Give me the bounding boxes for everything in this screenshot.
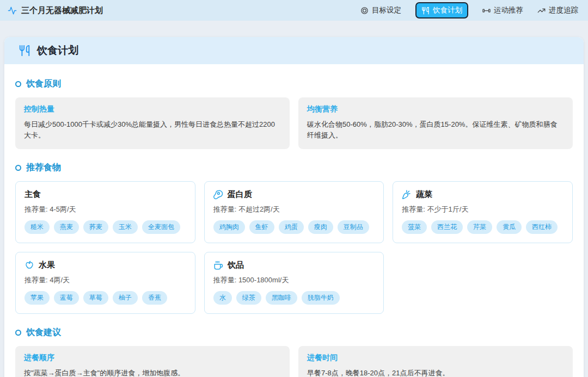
food-tag: 黄瓜 <box>497 220 522 234</box>
food-card: 蛋白质 推荐量: 不超过2两/天 鸡胸肉鱼虾鸡蛋瘦肉豆制品 <box>204 181 384 243</box>
food-tag: 西兰花 <box>431 220 463 234</box>
card-title: 均衡营养 <box>307 104 564 114</box>
top-navbar: 三个月无器械减肥计划 目标设定饮食计划运动推荐进度追踪 <box>0 0 588 21</box>
target-icon <box>360 7 369 15</box>
circle-icon <box>15 330 21 336</box>
food-tag: 燕麦 <box>54 220 79 234</box>
food-card: 水果 推荐量: 4两/天 苹果蓝莓草莓柚子香蕉 <box>15 252 195 314</box>
food-tag: 荞麦 <box>83 220 108 234</box>
food-tag: 玉米 <box>113 220 138 234</box>
food-tag: 苹果 <box>24 291 50 305</box>
dumbbell-icon <box>482 7 491 15</box>
mug-icon <box>213 261 223 270</box>
food-card-header: 水果 <box>24 260 186 270</box>
circle-icon <box>15 81 21 87</box>
advice-cards: 进餐顺序 按"蔬菜→蛋白质→主食"的顺序进食，增加饱腹感。→→ 进餐时间 早餐7… <box>15 346 573 377</box>
nav-tab-dumbbell[interactable]: 运动推荐 <box>482 5 523 15</box>
carrot-icon <box>402 190 412 200</box>
food-tag: 豆制品 <box>338 220 369 234</box>
food-tag: 鸡蛋 <box>279 220 304 234</box>
nav-tab-label: 饮食计划 <box>433 5 462 15</box>
food-card: 主食 推荐量: 4-5两/天 糙米燕麦荞麦玉米全麦面包 <box>15 181 195 243</box>
section-foods: 推荐食物 主食 推荐量: 4-5两/天 糙米燕麦荞麦玉米全麦面包 蛋白质 推荐量… <box>15 162 573 314</box>
circle-icon <box>15 165 21 171</box>
food-card: 饮品 推荐量: 1500-1800ml/天 水绿茶黑咖啡脱脂牛奶 <box>204 252 384 314</box>
food-tag: 水 <box>213 291 232 305</box>
food-tag: 全麦面包 <box>142 220 180 234</box>
food-card-header: 主食 <box>24 189 186 200</box>
nav-tabs: 目标设定饮食计划运动推荐进度追踪 <box>360 2 578 18</box>
card-title: 控制热量 <box>24 104 281 114</box>
food-tag: 菠菜 <box>402 220 427 234</box>
section-title-text: 饮食建议 <box>26 327 61 338</box>
food-card-header: 饮品 <box>213 260 375 270</box>
apple-icon <box>24 261 34 270</box>
food-tag: 鱼虾 <box>249 220 274 234</box>
utensils-icon <box>19 45 30 57</box>
nav-tab-trending-up[interactable]: 进度追踪 <box>537 5 578 15</box>
diet-plan-panel: 饮食计划 饮食原则 控制热量 每日减少500-1000千卡或减少30%总能量摄入… <box>4 37 584 377</box>
food-tags: 苹果蓝莓草莓柚子香蕉 <box>24 291 186 305</box>
food-tag: 芹菜 <box>467 220 492 234</box>
food-title: 蛋白质 <box>228 189 252 200</box>
food-cards: 主食 推荐量: 4-5两/天 糙米燕麦荞麦玉米全麦面包 蛋白质 推荐量: 不超过… <box>15 181 573 314</box>
brand: 三个月无器械减肥计划 <box>8 5 103 16</box>
principle-card: 均衡营养 碳水化合物50-60%，脂肪20-30%，蛋白质15-20%。保证维生… <box>298 97 573 149</box>
food-amount: 推荐量: 4-5两/天 <box>24 205 186 214</box>
food-tags: 菠菜西兰花芹菜黄瓜西红柿 <box>402 220 564 234</box>
food-tag: 香蕉 <box>142 291 167 305</box>
card-text: 早餐7-8点，晚餐18-20点，21点后不再进食。 <box>307 368 564 377</box>
section-principles: 饮食原则 控制热量 每日减少500-1000千卡或减少30%总能量摄入，男性每日… <box>15 78 573 149</box>
meat-icon <box>213 190 223 200</box>
section-title-principles: 饮食原则 <box>15 78 573 90</box>
food-amount: 推荐量: 不少于1斤/天 <box>402 205 564 214</box>
advice-card: 进餐顺序 按"蔬菜→蛋白质→主食"的顺序进食，增加饱腹感。→→ <box>15 346 290 377</box>
food-card-header: 蔬菜 <box>402 189 564 200</box>
food-tag: 脱脂牛奶 <box>302 291 340 305</box>
advice-card: 进餐时间 早餐7-8点，晚餐18-20点，21点后不再进食。☼7-8点→☾21点… <box>298 346 573 377</box>
food-tag: 糙米 <box>24 220 50 234</box>
card-text: 每日减少500-1000千卡或减少30%总能量摄入，男性每日进食总热量不超过22… <box>24 119 281 141</box>
food-tags: 水绿茶黑咖啡脱脂牛奶 <box>213 291 375 305</box>
nav-tab-label: 目标设定 <box>372 5 401 15</box>
app-title: 三个月无器械减肥计划 <box>21 5 103 16</box>
card-text: 碳水化合物50-60%，脂肪20-30%，蛋白质15-20%。保证维生素、矿物质… <box>307 119 564 141</box>
food-tag: 蓝莓 <box>54 291 79 305</box>
food-tag: 瘦肉 <box>308 220 333 234</box>
card-text: 按"蔬菜→蛋白质→主食"的顺序进食，增加饱腹感。 <box>24 368 281 377</box>
nav-tab-label: 运动推荐 <box>494 5 523 15</box>
food-tag: 黑咖啡 <box>266 291 297 305</box>
food-card: 蔬菜 推荐量: 不少于1斤/天 菠菜西兰花芹菜黄瓜西红柿 <box>393 181 573 243</box>
food-tag: 绿茶 <box>236 291 261 305</box>
card-title: 进餐时间 <box>307 353 564 363</box>
food-amount: 推荐量: 不超过2两/天 <box>213 205 375 214</box>
activity-icon <box>8 6 17 15</box>
food-amount: 推荐量: 4两/天 <box>24 275 186 285</box>
principle-cards: 控制热量 每日减少500-1000千卡或减少30%总能量摄入，男性每日进食总热量… <box>15 97 573 149</box>
section-title-advice: 饮食建议 <box>15 327 573 338</box>
food-tag: 草莓 <box>83 291 108 305</box>
food-title: 主食 <box>24 189 41 200</box>
panel-header: 饮食计划 <box>4 37 584 64</box>
food-title: 水果 <box>39 260 55 270</box>
principle-card: 控制热量 每日减少500-1000千卡或减少30%总能量摄入，男性每日进食总热量… <box>15 97 290 149</box>
food-tag: 柚子 <box>113 291 138 305</box>
section-title-text: 饮食原则 <box>26 78 61 90</box>
page-title: 饮食计划 <box>37 44 78 58</box>
food-title: 蔬菜 <box>416 189 432 200</box>
food-card-header: 蛋白质 <box>213 189 375 200</box>
nav-tab-label: 进度追踪 <box>549 5 578 15</box>
section-advice: 饮食建议 进餐顺序 按"蔬菜→蛋白质→主食"的顺序进食，增加饱腹感。→→ 进餐时… <box>15 327 573 377</box>
food-tags: 糙米燕麦荞麦玉米全麦面包 <box>24 220 186 234</box>
food-amount: 推荐量: 1500-1800ml/天 <box>213 275 375 285</box>
food-tag: 西红柿 <box>526 220 558 234</box>
nav-tab-utensils[interactable]: 饮食计划 <box>415 2 468 18</box>
nav-tab-target[interactable]: 目标设定 <box>360 5 401 15</box>
utensils-icon <box>421 7 430 15</box>
panel-content: 饮食原则 控制热量 每日减少500-1000千卡或减少30%总能量摄入，男性每日… <box>4 64 584 377</box>
food-tag: 鸡胸肉 <box>213 220 245 234</box>
section-title-text: 推荐食物 <box>26 162 61 174</box>
card-title: 进餐顺序 <box>24 353 281 363</box>
trending-up-icon <box>537 7 546 15</box>
food-title: 饮品 <box>228 260 244 270</box>
